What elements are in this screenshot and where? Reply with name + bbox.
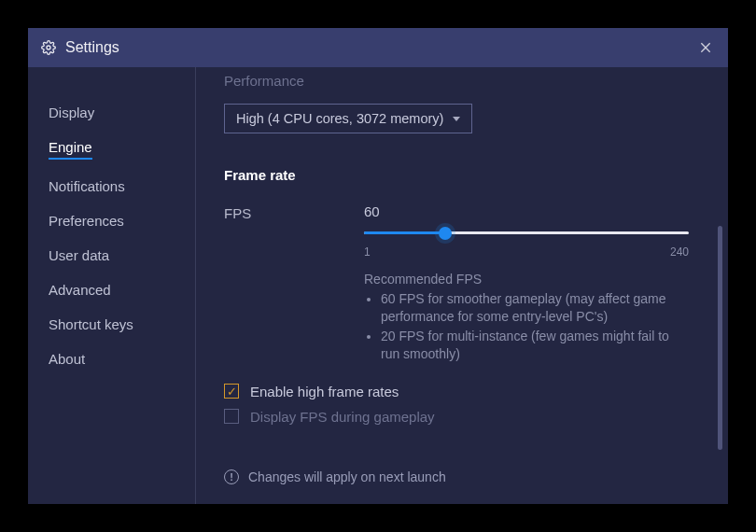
notice-text: Changes will apply on next launch <box>248 469 446 484</box>
performance-selected: High (4 CPU cores, 3072 memory) <box>236 111 443 126</box>
fps-slider[interactable] <box>364 227 689 240</box>
recommendation-item: 60 FPS for smoother gameplay (may affect… <box>381 290 689 326</box>
fps-value: 60 <box>364 203 689 219</box>
svg-point-0 <box>47 46 50 49</box>
close-button[interactable] <box>694 36 717 59</box>
recommended-fps-list: 60 FPS for smoother gameplay (may affect… <box>364 290 689 363</box>
titlebar: Settings <box>28 28 728 67</box>
slider-thumb[interactable] <box>439 227 452 240</box>
display-fps-checkbox[interactable]: Display FPS during gameplay <box>224 409 709 425</box>
fps-label: FPS <box>224 203 364 365</box>
window-title: Settings <box>65 39 119 56</box>
scrollbar-thumb[interactable] <box>718 226 722 450</box>
recommendation-item: 20 FPS for multi-instance (few games mig… <box>381 328 689 363</box>
restart-notice: ! Changes will apply on next launch <box>224 469 709 484</box>
settings-window: Settings Display Engine Notifications Pr… <box>28 28 728 504</box>
sidebar-item-engine[interactable]: Engine <box>28 130 195 169</box>
sidebar-item-about[interactable]: About <box>28 342 195 376</box>
slider-fill <box>364 231 445 234</box>
sidebar-item-preferences[interactable]: Preferences <box>28 203 195 238</box>
frame-rate-title: Frame rate <box>224 167 709 183</box>
content-panel: Performance High (4 CPU cores, 3072 memo… <box>196 67 728 504</box>
performance-label: Performance <box>224 73 709 89</box>
checkbox-box: ✓ <box>224 384 239 399</box>
checkbox-label: Enable high frame rates <box>250 384 399 399</box>
sidebar-item-advanced[interactable]: Advanced <box>28 273 195 307</box>
sidebar: Display Engine Notifications Preferences… <box>28 67 196 504</box>
performance-dropdown[interactable]: High (4 CPU cores, 3072 memory) <box>224 104 472 133</box>
checkbox-box <box>224 409 239 424</box>
sidebar-item-shortcut-keys[interactable]: Shortcut keys <box>28 307 195 342</box>
recommended-fps-title: Recommended FPS <box>364 272 689 287</box>
gear-icon <box>41 40 56 55</box>
enable-high-frame-rates-checkbox[interactable]: ✓ Enable high frame rates <box>224 384 709 399</box>
fps-row: FPS 60 1 240 Recommended FPS 60 FPS for … <box>224 203 709 365</box>
chevron-down-icon <box>453 117 460 121</box>
check-icon: ✓ <box>227 385 237 398</box>
sidebar-item-display[interactable]: Display <box>28 95 195 130</box>
checkbox-label: Display FPS during gameplay <box>250 409 435 425</box>
slider-max: 240 <box>670 245 689 259</box>
slider-range-labels: 1 240 <box>364 245 689 259</box>
sidebar-item-notifications[interactable]: Notifications <box>28 169 195 203</box>
settings-body: Display Engine Notifications Preferences… <box>28 67 728 504</box>
slider-min: 1 <box>364 245 371 259</box>
sidebar-item-user-data[interactable]: User data <box>28 238 195 273</box>
info-icon: ! <box>224 469 239 484</box>
